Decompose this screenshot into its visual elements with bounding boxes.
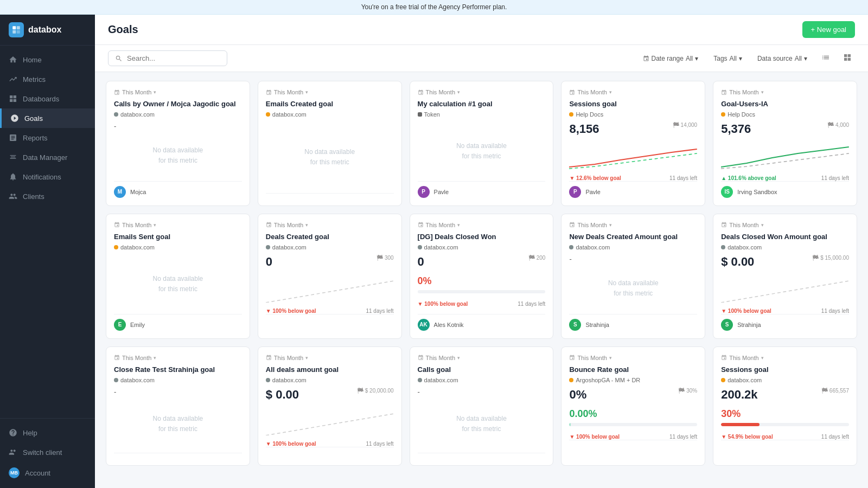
date-label: This Month (274, 355, 303, 361)
card-date[interactable]: This Month ▾ (418, 355, 460, 361)
card-date[interactable]: This Month ▾ (114, 222, 156, 228)
calendar-icon (643, 55, 649, 62)
card-title: Deals Closed Won Amount goal (721, 233, 849, 242)
sidebar-item-databoards[interactable]: Databoards (0, 89, 95, 108)
card-header: This Month ▾ (266, 222, 394, 228)
date-chevron: ▾ (305, 89, 308, 95)
card-date[interactable]: This Month ▾ (721, 222, 763, 228)
card-date[interactable]: This Month ▾ (569, 89, 611, 95)
calendar-icon (418, 89, 424, 95)
goal-card[interactable]: This Month ▾ Calls goal databox.com -No … (410, 346, 554, 466)
source-label: Token (424, 111, 440, 118)
calendar-icon (266, 222, 272, 228)
sidebar-item-help[interactable]: Help (0, 423, 95, 442)
date-label: This Month (122, 222, 151, 228)
date-label: This Month (274, 89, 303, 95)
goal-card[interactable]: This Month ▾ Deals Closed Won Amount goa… (713, 214, 857, 339)
sidebar-item-reports[interactable]: Reports (0, 128, 95, 147)
card-header: This Month ▾ (266, 355, 394, 361)
svg-rect-3 (17, 30, 20, 34)
card-date[interactable]: This Month ▾ (114, 355, 156, 361)
logo-text: databox (28, 25, 61, 35)
sidebar-item-metrics[interactable]: Metrics (0, 69, 95, 89)
filter-controls: Date range All ▾ Tags All ▾ Data source … (639, 51, 855, 66)
goal-card[interactable]: This Month ▾ All deals amount goal datab… (258, 346, 402, 466)
logo[interactable]: databox (0, 15, 95, 46)
calendar-icon (114, 355, 120, 361)
card-date[interactable]: This Month ▾ (114, 89, 156, 95)
list-view-btn[interactable] (818, 51, 833, 66)
new-goal-button[interactable]: + New goal (802, 21, 855, 38)
card-date[interactable]: This Month ▾ (569, 355, 611, 361)
goal-card[interactable]: This Month ▾ New Deals Created Amount go… (561, 214, 705, 339)
date-label: This Month (577, 355, 607, 361)
calendar-icon (114, 222, 120, 228)
goal-card[interactable]: This Month ▾ Bounce Rate goal ArgoshopGA… (561, 346, 705, 466)
search-icon (115, 55, 123, 62)
filter-bar: Date range All ▾ Tags All ▾ Data source … (95, 45, 868, 72)
source-label: databox.com (576, 244, 610, 251)
source-label: databox.com (424, 244, 458, 251)
date-chevron: ▾ (761, 355, 764, 361)
calendar-icon (266, 89, 272, 95)
search-box[interactable] (108, 50, 227, 66)
card-title: Deals Created goal (266, 233, 394, 242)
sidebar-item-switch-client[interactable]: Switch client (0, 442, 95, 462)
date-chevron: ▾ (609, 355, 612, 361)
sidebar-item-goals[interactable]: Goals (0, 108, 95, 128)
card-source: Help Docs (569, 111, 697, 118)
goal-card[interactable]: This Month ▾ Sessions goal databox.com 2… (713, 346, 857, 466)
card-header: This Month ▾ (721, 222, 849, 228)
goal-card[interactable]: This Month ▾ Calls by Owner / Mojca Jago… (106, 81, 250, 206)
goal-card[interactable]: This Month ▾ Close Rate Test Strahinja g… (106, 346, 250, 466)
goal-card[interactable]: This Month ▾ Emails Created goal databox… (258, 81, 402, 206)
card-header: This Month ▾ (114, 89, 242, 95)
card-date[interactable]: This Month ▾ (266, 355, 308, 361)
sidebar-item-notifications[interactable]: Notifications (0, 167, 95, 187)
goal-card[interactable]: This Month ▾ Emails Sent goal databox.co… (106, 214, 250, 339)
source-label: ArgoshopGA - MM + DR (576, 377, 640, 383)
source-label: Help Docs (727, 111, 755, 118)
card-title: Emails Created goal (266, 100, 394, 109)
top-banner: You're on a free trial of the Agency Per… (0, 0, 868, 15)
card-date[interactable]: This Month ▾ (721, 355, 763, 361)
card-date[interactable]: This Month ▾ (266, 89, 308, 95)
goal-card[interactable]: This Month ▾ My calculation #1 goal Toke… (410, 81, 554, 206)
goals-grid: This Month ▾ Calls by Owner / Mojca Jago… (106, 81, 857, 466)
card-title: Sessions goal (569, 100, 697, 109)
sidebar-item-account[interactable]: MB Account (0, 462, 95, 484)
sidebar-bottom: Help Switch client MB Account (0, 418, 95, 488)
source-label: databox.com (424, 377, 458, 383)
source-label: databox.com (120, 244, 155, 251)
grid-view-btn[interactable] (840, 51, 855, 66)
tags-filter[interactable]: Tags All ▾ (709, 53, 746, 65)
source-label: databox.com (727, 244, 762, 251)
card-source: databox.com (569, 244, 697, 251)
sidebar-item-home[interactable]: Home (0, 50, 95, 69)
card-title: All deals amount goal (266, 365, 394, 375)
goal-card[interactable]: This Month ▾ [DG] Deals Closed Won datab… (410, 214, 554, 339)
calendar-icon (721, 89, 727, 95)
card-date[interactable]: This Month ▾ (721, 89, 763, 95)
goal-card[interactable]: This Month ▾ Sessions goal Help Docs 8,1… (561, 81, 705, 206)
card-header: This Month ▾ (418, 222, 546, 228)
date-chevron: ▾ (154, 89, 156, 95)
card-date[interactable]: This Month ▾ (569, 222, 611, 228)
source-label: databox.com (727, 377, 762, 383)
sidebar-item-data-manager[interactable]: Data Manager (0, 147, 95, 167)
card-date[interactable]: This Month ▾ (418, 222, 460, 228)
date-label: This Month (426, 222, 455, 228)
goal-card[interactable]: This Month ▾ Deals Created goal databox.… (258, 214, 402, 339)
card-date[interactable]: This Month ▾ (418, 89, 460, 95)
card-source: databox.com (721, 244, 849, 251)
card-date[interactable]: This Month ▾ (266, 222, 308, 228)
date-chevron: ▾ (457, 89, 460, 95)
card-header: This Month ▾ (266, 89, 394, 95)
search-input[interactable] (127, 54, 220, 62)
date-chevron: ▾ (305, 222, 308, 228)
data-source-filter[interactable]: Data source All ▾ (753, 53, 812, 65)
source-label: databox.com (272, 244, 307, 251)
goal-card[interactable]: This Month ▾ Goal-Users-IA Help Docs 5,3… (713, 81, 857, 206)
date-range-filter[interactable]: Date range All ▾ (639, 53, 703, 65)
sidebar-item-clients[interactable]: Clients (0, 187, 95, 206)
